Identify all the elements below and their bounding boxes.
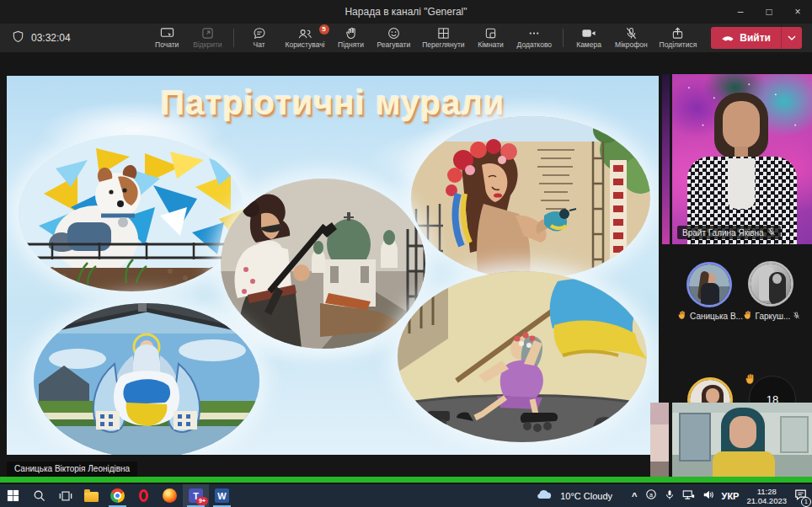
avatar-body <box>701 283 719 305</box>
slide-title: Патріотичні мурали <box>7 84 659 122</box>
pop-out-button: Відкрити <box>187 24 227 52</box>
chrome-icon[interactable] <box>104 484 131 507</box>
teams-meeting-window: Нарада в каналі "General" – □ × 03:32:04… <box>0 0 812 507</box>
tray-expand-chevron[interactable]: ^ <box>632 491 637 501</box>
cropped-video-tile[interactable] <box>662 74 670 244</box>
mic-muted-icon <box>767 227 776 237</box>
firefox-icon[interactable] <box>157 484 183 507</box>
person-shirt <box>728 158 755 209</box>
tray-network-icon[interactable] <box>682 488 695 504</box>
woman-with-bird-mural <box>411 116 650 280</box>
person-shirt <box>713 451 775 477</box>
girl-with-flag-mural <box>398 271 647 442</box>
notification-count-badge: 1 <box>801 497 811 507</box>
react-button[interactable]: Реагувати <box>371 24 417 52</box>
video-tile-self[interactable] <box>672 403 812 477</box>
screen-share-active-border <box>0 477 812 483</box>
window-title: Нарада в каналі "General" <box>0 6 812 18</box>
presenter-name-label: Саницька Вікторія Леонідівна <box>7 462 137 477</box>
raised-hand-icon <box>745 373 756 388</box>
cropped-video-tile[interactable] <box>650 403 669 477</box>
leave-options-chevron[interactable] <box>782 27 802 49</box>
meeting-toolbar: 03:32:04 Почати Відкрити Чат 5 Користува… <box>0 24 812 53</box>
action-center-icon[interactable]: 1 <box>794 488 807 504</box>
weather-cloud-icon <box>534 488 553 504</box>
search-icon[interactable] <box>26 484 52 507</box>
hang-up-icon <box>721 32 735 44</box>
mic-muted-icon <box>793 312 800 321</box>
participants-button[interactable]: 5 Користувачі <box>280 24 331 52</box>
tray-app-icon[interactable]: a <box>645 488 657 504</box>
meeting-stage: Патріотичні мурали <box>0 52 812 484</box>
view-button[interactable]: Переглянути <box>416 24 470 52</box>
person-face <box>723 101 760 148</box>
window-titlebar: Нарада в каналі "General" – □ × <box>0 0 812 24</box>
maximize-button[interactable]: □ <box>755 0 783 24</box>
shared-screen-slide[interactable]: Патріотичні мурали <box>7 76 659 455</box>
toolbar-separator <box>563 29 564 47</box>
raised-hand-icon <box>743 310 753 322</box>
shield-icon <box>12 30 24 45</box>
word-icon[interactable]: W <box>209 484 235 507</box>
video-name-plate: Врайт Галина Яківна <box>677 226 781 239</box>
microphone-muted-button[interactable]: Мікрофон <box>609 24 654 52</box>
taskbar-clock[interactable]: 11:28 21.04.2023 <box>746 487 787 505</box>
avatar-face <box>772 274 782 284</box>
svg-text:a: a <box>649 491 653 497</box>
tray-volume-icon[interactable] <box>702 488 714 504</box>
leave-button[interactable]: Вийти <box>711 32 781 44</box>
more-button[interactable]: Додатково <box>511 24 558 52</box>
teams-badge: 9+ <box>196 497 208 505</box>
participant-label-row: Гаркуш... <box>731 310 812 322</box>
task-view-button[interactable] <box>52 484 78 507</box>
clock-time: 11:28 <box>757 487 777 496</box>
window-controls: – □ × <box>726 0 812 24</box>
start-presenting-button[interactable]: Почати <box>147 24 187 52</box>
avatar-harkush[interactable] <box>748 261 793 307</box>
share-button[interactable]: Поділитися <box>654 24 703 52</box>
avatar-sanytska[interactable] <box>686 262 732 307</box>
room-cabinet <box>780 416 809 453</box>
participants-badge: 5 <box>319 24 329 35</box>
weather-text[interactable]: 10°C Cloudy <box>560 491 612 501</box>
room-door <box>679 413 711 462</box>
person-face <box>729 416 756 448</box>
participant-name: Гаркуш... <box>756 312 791 321</box>
minimize-button[interactable]: – <box>726 0 755 24</box>
language-indicator[interactable]: УКР <box>722 491 740 501</box>
participant-name: Врайт Галина Яківна <box>682 228 764 237</box>
toolbar-separator <box>233 29 234 47</box>
teams-icon[interactable]: T9+ <box>183 484 209 507</box>
start-button[interactable] <box>0 484 26 507</box>
tray-microphone-icon[interactable] <box>665 488 675 504</box>
chat-button[interactable]: Чат <box>239 24 280 52</box>
avatar-face <box>706 388 719 403</box>
video-tile-vrait[interactable]: Врайт Галина Яківна <box>672 74 812 244</box>
leave-button-group: Вийти <box>711 27 802 49</box>
camera-button[interactable]: Камера <box>569 24 609 52</box>
patron-dog-mural <box>19 135 244 291</box>
file-explorer-icon[interactable] <box>78 484 104 507</box>
raised-hand-icon <box>677 310 687 322</box>
rooms-button[interactable]: Кімнати <box>471 24 511 52</box>
pokrova-mural <box>34 303 259 455</box>
meeting-timer: 03:32:04 <box>31 32 71 44</box>
windows-taskbar: T9+ W 10°C Cloudy ^ a УКР 11: <box>0 484 812 507</box>
clock-date: 21.04.2023 <box>746 496 787 505</box>
woman-with-rifle-mural <box>221 179 425 349</box>
opera-icon[interactable] <box>131 484 157 507</box>
close-button[interactable]: × <box>783 0 812 24</box>
raise-hand-button[interactable]: Підняти <box>331 24 371 52</box>
